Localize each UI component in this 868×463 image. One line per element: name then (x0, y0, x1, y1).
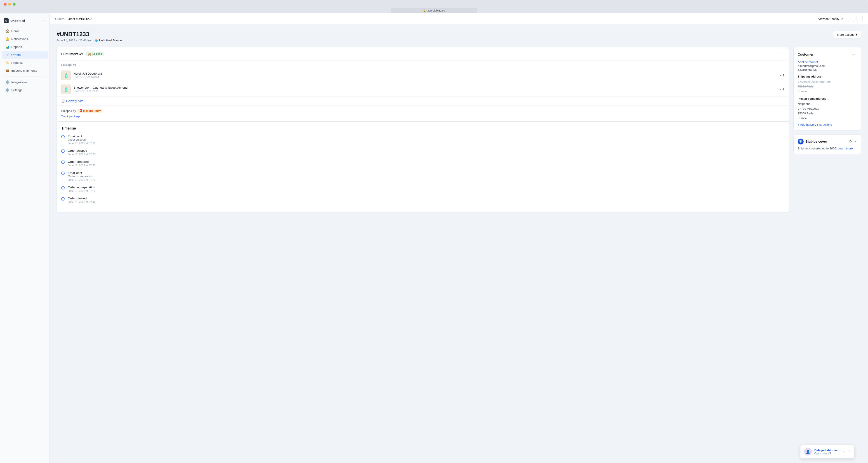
delayed-sub: Open case #1 (814, 452, 839, 455)
timeline-event-3: Email sent (68, 171, 784, 175)
timeline-date-5: June 11, 2023 at 22:46 (68, 200, 784, 204)
timeline-date-0: June 13, 2023 at 07:22 (68, 142, 784, 145)
product-info-0: Néroli Joli Deodorant UNBT-DEO003-2024 (73, 72, 777, 79)
sidebar-item-orders[interactable]: 🛒 Orders (2, 51, 48, 59)
delivery-note-icon: 📋 (61, 99, 65, 103)
delayed-text: Delayed shipment Open case #1 (814, 449, 839, 455)
sidebar-item-inbound-label: Inbound shipments (11, 69, 37, 72)
shipping-address-text: 7 Avenue Lucien Barriere 75009 Paris Fra… (798, 80, 857, 94)
shipping-country: France (798, 89, 857, 94)
brand-left: U Unbottled (4, 18, 25, 23)
add-delivery-button[interactable]: + Add delivery instructions (798, 123, 857, 126)
customer-title: Customer (798, 53, 813, 56)
delayed-title[interactable]: Delayed shipment (814, 449, 839, 452)
prev-order-button[interactable]: ← (848, 16, 854, 22)
fulfillment-menu-button[interactable]: ··· (778, 51, 784, 57)
dot-red[interactable] (4, 3, 6, 6)
pickup-name: Netphone (798, 102, 857, 106)
sidebar-item-inbound-shipments[interactable]: 📦 Inbound shipments (2, 67, 48, 74)
page-header: #UNBT1233 June 11, 2023 at 22:46 from 🏪 … (57, 31, 861, 42)
timeline-item-3: Email sent Order in preparation June 13,… (61, 171, 784, 186)
product-image-0: 🧴 (61, 70, 71, 80)
customer-menu-button[interactable]: ··· (850, 51, 857, 57)
view-on-shopify-button[interactable]: View on Shopify ↗ (816, 16, 845, 22)
lock-icon: 🔒 (423, 9, 426, 12)
sidebar-item-integrations[interactable]: ⚙️ Integrations (2, 78, 48, 86)
sidebar-item-orders-label: Orders (11, 53, 21, 57)
timeline-dot-2 (61, 160, 65, 164)
product-image-1: 🧴 (61, 85, 71, 94)
track-package-link[interactable]: Track package (61, 115, 81, 118)
learn-more-link[interactable]: Learn more (838, 147, 852, 150)
sidebar-item-products-label: Products (11, 61, 23, 64)
left-column: Fulfillment #1 🚚 Shipped ··· Package #1 … (57, 47, 789, 213)
brand-name: Unbottled (10, 19, 25, 23)
sidebar-item-notifications[interactable]: 🔔 Notifications (2, 35, 48, 43)
timeline-date-1: June 13, 2023 at 07:35 (68, 153, 784, 156)
bigblue-cover-card: 🛡️ Bigblue cover On ✓ Shipment covered u… (794, 134, 861, 154)
product-name-1: Shower Gel – Oatmeal & Sweet Almond (73, 86, 777, 89)
breadcrumb-orders[interactable]: Orders (55, 17, 64, 21)
timeline-content-0: Email sent Order shipped June 13, 2023 a… (68, 134, 784, 145)
shipping-line1: 7 Avenue Lucien Barriere (798, 80, 857, 84)
cover-title-wrap: 🛡️ Bigblue cover (798, 138, 827, 145)
delayed-shipment-banner: 👤 Delayed shipment Open case #1 ⤢ ⌃ (800, 445, 855, 459)
sidebar-item-home[interactable]: 🏠 Home (2, 27, 48, 35)
delayed-avatar: 👤 (804, 448, 812, 456)
timeline-event-1: Order shipped (68, 149, 784, 152)
more-actions-button[interactable]: More actions ▾ (833, 31, 861, 38)
address-bar[interactable]: 🔒 app.bigblue.co (391, 8, 477, 13)
customer-name-link[interactable]: Adeline Moutot (798, 60, 857, 64)
delivery-note-section: 📋 Delivery note (57, 96, 789, 105)
expand-icon[interactable]: ⌃ (848, 450, 850, 454)
timeline-item-4: Order in preparation June 13, 2023 at 07… (61, 186, 784, 197)
timeline-dot-4 (61, 186, 65, 189)
shipped-badge: 🚚 Shipped (86, 52, 104, 56)
timeline-title: Timeline (61, 126, 784, 130)
browser-dots (4, 3, 864, 6)
shipped-by-label: Shipped by (61, 109, 76, 113)
sidebar-item-reports-label: Reports (11, 45, 22, 49)
sidebar-brand: U Unbottled ··· (0, 17, 50, 27)
top-bar-actions: View on Shopify ↗ ← → (816, 16, 863, 22)
brand-menu-button[interactable]: ··· (43, 19, 46, 23)
cover-title: Bigblue cover (805, 140, 827, 143)
next-order-button[interactable]: → (856, 16, 863, 22)
sidebar-item-settings-label: Settings (11, 88, 22, 92)
order-date: June 11, 2023 at 22:46 from (57, 39, 93, 42)
address-text: app.bigblue.co (427, 9, 445, 12)
timeline-sub-0: Order shipped (68, 138, 784, 141)
dot-yellow[interactable] (8, 3, 11, 6)
pickup-address-section: Pickup point address Netphone 27 rue Mir… (798, 97, 857, 121)
timeline-date-3: June 13, 2023 at 07:22 (68, 178, 784, 182)
track-package-label: Track package (61, 115, 81, 118)
sidebar-item-reports[interactable]: 📊 Reports (2, 43, 48, 51)
timeline-content-5: Order created June 11, 2023 at 22:46 (68, 197, 784, 204)
content-grid: Fulfillment #1 🚚 Shipped ··· Package #1 … (57, 47, 861, 213)
cover-desc-text: Shipment covered up to 200€. (798, 147, 837, 150)
app-shell: U Unbottled ··· 🏠 Home 🔔 Notifications 📊… (0, 13, 868, 463)
chevron-down-icon: ▾ (856, 33, 857, 36)
integrations-icon: ⚙️ (5, 80, 9, 84)
customer-card: Customer ··· Adeline Moutot a.moutot@gma… (794, 47, 861, 131)
timeline-date-2: June 13, 2023 at 07:35 (68, 164, 784, 167)
sidebar-item-settings[interactable]: ⚙️ Settings (2, 86, 48, 94)
breadcrumb: Orders / Order #UNBT1233 (55, 17, 92, 21)
fullscreen-icon[interactable]: ⤢ (842, 450, 845, 454)
sidebar-item-integrations-label: Integrations (11, 81, 27, 84)
shipping-address-label: Shipping address (798, 75, 857, 78)
shipped-by-row: Shipped by 📮 Mondial Relay (61, 109, 784, 113)
pickup-street: 27 rue Mirabeau (798, 106, 857, 111)
timeline-event-5: Order created (68, 197, 784, 200)
dot-green[interactable] (13, 3, 16, 6)
product-sku-0: UNBT-DEO003-2024 (73, 76, 777, 79)
delivery-note-link[interactable]: 📋 Delivery note (61, 99, 784, 103)
product-sku-1: UNBT-GEL002-2023 (73, 90, 777, 93)
more-actions-label: More actions (837, 33, 855, 36)
timeline-content-1: Order shipped June 13, 2023 at 07:35 (68, 149, 784, 156)
sidebar-item-products[interactable]: 🏷️ Products (2, 59, 48, 66)
nav-separator (4, 76, 46, 76)
carrier-badge: 📮 Mondial Relay (77, 109, 102, 113)
product-qty-0: × 3 (780, 74, 784, 77)
timeline-sub-3: Order in preparation (68, 175, 784, 178)
